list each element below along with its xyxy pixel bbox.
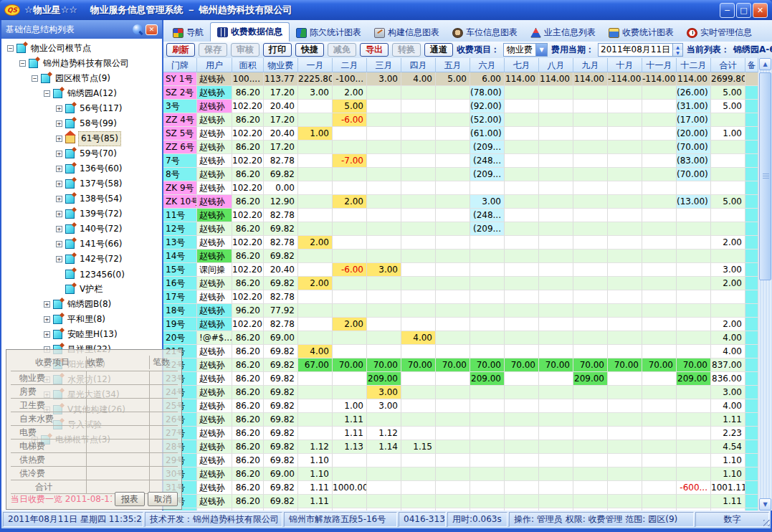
- month-cell[interactable]: 209.00: [677, 372, 711, 386]
- month-cell[interactable]: [642, 113, 677, 127]
- fee-cell[interactable]: 69.82: [264, 345, 298, 358]
- month-cell[interactable]: [367, 141, 401, 154]
- month-cell[interactable]: 2225.80: [298, 72, 333, 86]
- month-cell[interactable]: [608, 413, 642, 427]
- month-cell[interactable]: [608, 454, 642, 467]
- month-cell[interactable]: [505, 413, 539, 427]
- month-cell[interactable]: [642, 454, 677, 467]
- area-cell[interactable]: 86.20: [232, 386, 264, 399]
- door-cell[interactable]: ZK 9号: [163, 181, 197, 195]
- month-cell[interactable]: 1.11: [333, 427, 367, 440]
- month-cell[interactable]: 1.15: [401, 440, 436, 454]
- month-cell[interactable]: [470, 481, 505, 495]
- total-cell[interactable]: 2.00: [711, 236, 745, 250]
- month-cell[interactable]: [608, 195, 642, 209]
- month-cell[interactable]: -114.00: [608, 72, 642, 86]
- month-cell[interactable]: [505, 181, 539, 195]
- total-cell[interactable]: 3.00: [711, 263, 745, 277]
- month-cell[interactable]: 3.00: [367, 386, 401, 399]
- month-cell[interactable]: [573, 454, 608, 467]
- month-cell[interactable]: [401, 195, 436, 209]
- area-cell[interactable]: 102.20: [232, 209, 264, 222]
- door-cell[interactable]: 11号: [163, 209, 197, 222]
- month-cell[interactable]: [505, 372, 539, 386]
- month-cell[interactable]: 1.14: [367, 440, 401, 454]
- month-cell[interactable]: [401, 141, 436, 154]
- month-cell[interactable]: 70.00: [642, 358, 677, 372]
- month-cell[interactable]: [573, 413, 608, 427]
- user-cell[interactable]: 赵钱孙: [197, 141, 232, 154]
- month-cell[interactable]: [677, 427, 711, 440]
- month-cell[interactable]: [436, 440, 470, 454]
- month-cell[interactable]: 114.00: [677, 72, 711, 86]
- expand-icon[interactable]: +: [56, 256, 62, 262]
- month-cell[interactable]: [608, 427, 642, 440]
- area-cell[interactable]: 86.20: [232, 277, 264, 290]
- month-cell[interactable]: [436, 181, 470, 195]
- door-cell[interactable]: 3号: [163, 100, 197, 113]
- month-cell[interactable]: [401, 168, 436, 181]
- user-cell[interactable]: 赵钱孙: [197, 113, 232, 127]
- month-cell[interactable]: [608, 290, 642, 304]
- month-cell[interactable]: [401, 345, 436, 358]
- month-cell[interactable]: (78.00): [470, 86, 505, 100]
- month-cell[interactable]: [505, 154, 539, 168]
- month-cell[interactable]: [333, 372, 367, 386]
- user-cell[interactable]: 赵钱孙: [197, 236, 232, 250]
- tree-item-58号(99)[interactable]: +58号(99): [1, 116, 162, 131]
- note-cell[interactable]: [745, 113, 758, 127]
- toolbar-button-通道[interactable]: 通道: [424, 43, 453, 57]
- month-cell[interactable]: [298, 427, 333, 440]
- total-cell[interactable]: 5.00: [711, 100, 745, 113]
- month-cell[interactable]: [298, 304, 333, 318]
- month-cell[interactable]: [505, 86, 539, 100]
- fee-item-select[interactable]: 物业费 ▼: [503, 43, 548, 57]
- month-cell[interactable]: [298, 413, 333, 427]
- month-cell[interactable]: [367, 413, 401, 427]
- month-cell[interactable]: -600...: [677, 481, 711, 495]
- user-cell[interactable]: 赵钱孙: [197, 154, 232, 168]
- note-cell[interactable]: [745, 277, 758, 290]
- month-cell[interactable]: [298, 168, 333, 181]
- month-cell[interactable]: (61.00): [470, 127, 505, 141]
- month-cell[interactable]: [401, 290, 436, 304]
- month-cell[interactable]: [573, 386, 608, 399]
- close-button[interactable]: ✕: [753, 3, 768, 18]
- user-cell[interactable]: 赵钱孙: [197, 304, 232, 318]
- month-cell[interactable]: [539, 209, 573, 222]
- month-cell[interactable]: [436, 250, 470, 263]
- month-cell[interactable]: 70.00: [505, 358, 539, 372]
- month-cell[interactable]: [677, 399, 711, 413]
- month-cell[interactable]: [505, 250, 539, 263]
- door-cell[interactable]: 13号: [163, 236, 197, 250]
- month-cell[interactable]: [677, 277, 711, 290]
- tree-item-141号(66)[interactable]: +141号(66): [1, 237, 162, 252]
- expand-icon[interactable]: +: [44, 331, 50, 338]
- month-cell[interactable]: [573, 318, 608, 331]
- month-cell[interactable]: [505, 127, 539, 141]
- fee-cell[interactable]: 69.82: [264, 440, 298, 454]
- user-cell[interactable]: 赵钱孙: [197, 358, 232, 372]
- month-cell[interactable]: [436, 386, 470, 399]
- month-cell[interactable]: [436, 413, 470, 427]
- month-cell[interactable]: [401, 304, 436, 318]
- month-cell[interactable]: [298, 263, 333, 277]
- note-cell[interactable]: [745, 467, 758, 481]
- total-cell[interactable]: [711, 141, 745, 154]
- month-cell[interactable]: [573, 495, 608, 508]
- month-cell[interactable]: [333, 181, 367, 195]
- month-cell[interactable]: [401, 372, 436, 386]
- month-cell[interactable]: [677, 495, 711, 508]
- month-cell[interactable]: [333, 495, 367, 508]
- month-cell[interactable]: [608, 318, 642, 331]
- month-cell[interactable]: [608, 331, 642, 345]
- month-cell[interactable]: [298, 100, 333, 113]
- tree-item-平和里(8)[interactable]: +平和里(8): [1, 312, 162, 327]
- month-cell[interactable]: [642, 127, 677, 141]
- expand-icon[interactable]: +: [56, 151, 62, 157]
- month-cell[interactable]: (209...: [470, 141, 505, 154]
- note-cell[interactable]: [745, 454, 758, 467]
- area-cell[interactable]: 86.20: [232, 331, 264, 345]
- area-cell[interactable]: 86.20: [232, 413, 264, 427]
- month-cell[interactable]: [401, 413, 436, 427]
